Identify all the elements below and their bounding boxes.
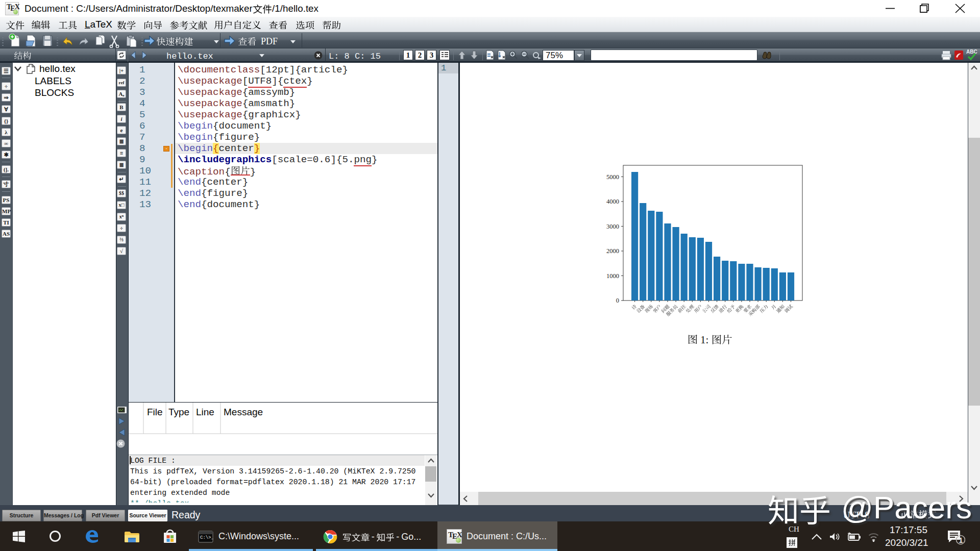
svg-text:5000: 5000 [606, 173, 619, 181]
svg-text:3000: 3000 [606, 223, 619, 230]
svg-text:1: 1 [959, 536, 963, 544]
svg-text:0: 0 [616, 297, 619, 304]
svg-text:1000: 1000 [606, 272, 619, 280]
svg-text:2000: 2000 [606, 247, 619, 255]
svg-text:C:\>_: C:\>_ [200, 535, 213, 540]
svg-text:4000: 4000 [606, 198, 619, 205]
